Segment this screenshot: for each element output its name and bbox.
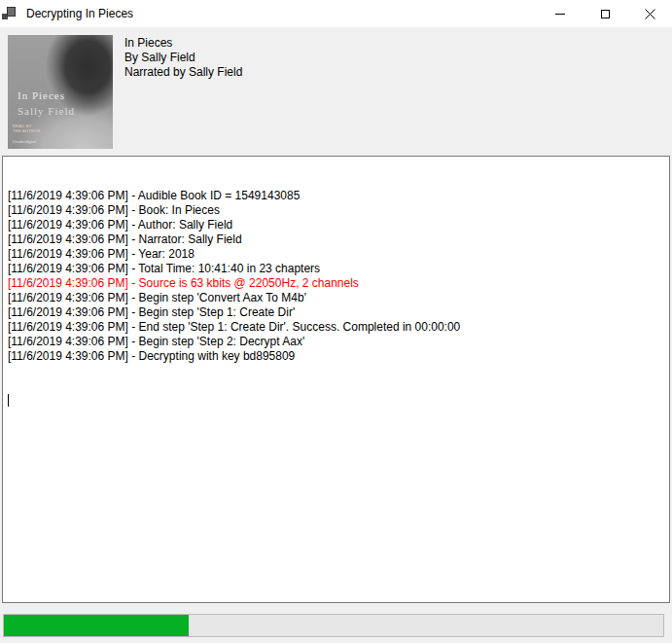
app-icon — [2, 7, 16, 20]
close-button[interactable] — [627, 0, 672, 27]
app-icon-block-big — [7, 7, 16, 17]
maximize-icon — [601, 10, 610, 18]
maximize-button[interactable] — [583, 0, 627, 27]
book-info: In Pieces By Sally Field Narrated by Sal… — [124, 35, 242, 149]
minimize-button[interactable] — [538, 0, 583, 27]
text-caret — [8, 394, 9, 407]
log-line: [11/6/2019 4:39:06 PM] - End step 'Step … — [8, 320, 667, 335]
cover-readby-text: READ BY THE AUTHOR — [13, 124, 41, 133]
log-line: [11/6/2019 4:39:06 PM] - Begin step 'Ste… — [8, 335, 667, 349]
log-line: [11/6/2019 4:39:06 PM] - Source is 63 kb… — [8, 276, 667, 291]
book-title: In Pieces — [124, 36, 242, 51]
log-line: [11/6/2019 4:39:06 PM] - Narrator: Sally… — [8, 232, 667, 247]
log-line: [11/6/2019 4:39:06 PM] - Year: 2018 — [8, 247, 667, 262]
window-title: Decrypting In Pieces — [26, 7, 133, 20]
window-controls — [538, 0, 672, 27]
log-line: [11/6/2019 4:39:06 PM] - Book: In Pieces — [8, 203, 667, 218]
book-author: By Sally Field — [124, 51, 242, 65]
cover-title-text: In Pieces — [18, 89, 65, 101]
log-lines: [11/6/2019 4:39:06 PM] - Audible Book ID… — [8, 189, 667, 364]
progress-bar — [3, 614, 664, 637]
book-cover-image: In Pieces Sally Field READ BY THE AUTHOR… — [8, 35, 113, 149]
log-line: [11/6/2019 4:39:06 PM] - Decrypting with… — [8, 349, 667, 364]
book-narrator: Narrated by Sally Field — [124, 65, 242, 80]
title-bar: Decrypting In Pieces — [0, 0, 672, 27]
close-icon — [645, 9, 655, 19]
book-header: In Pieces Sally Field READ BY THE AUTHOR… — [8, 35, 242, 149]
log-line: [11/6/2019 4:39:06 PM] - Audible Book ID… — [8, 189, 667, 203]
log-line: [11/6/2019 4:39:06 PM] - Total Time: 10:… — [8, 262, 667, 276]
log-line: [11/6/2019 4:39:06 PM] - Begin step 'Ste… — [8, 305, 667, 320]
log-textbox[interactable]: [11/6/2019 4:39:06 PM] - Audible Book ID… — [2, 156, 670, 603]
log-line: [11/6/2019 4:39:06 PM] - Begin step 'Con… — [8, 291, 667, 305]
cover-edition-text: Unabridged — [13, 139, 36, 144]
cover-author-text: Sally Field — [18, 105, 75, 117]
minimize-icon — [555, 14, 565, 15]
progress-bar-fill — [4, 615, 189, 636]
log-line: [11/6/2019 4:39:06 PM] - Author: Sally F… — [8, 218, 667, 232]
